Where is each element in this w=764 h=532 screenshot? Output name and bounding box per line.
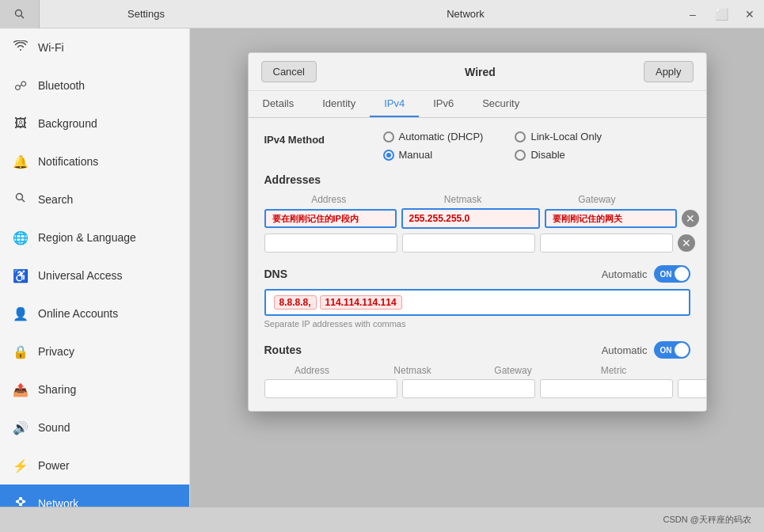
sidebar-item-background[interactable]: 🖼 Background: [0, 104, 189, 142]
dns-toggle[interactable]: ON: [654, 265, 690, 283]
routes-netmask-input[interactable]: [402, 379, 535, 398]
routes-gateway-input[interactable]: [540, 379, 673, 398]
tab-details[interactable]: Details: [249, 91, 309, 117]
address-input-2[interactable]: [264, 234, 397, 253]
sidebar-notifications-label: Notifications: [38, 155, 98, 168]
sidebar-item-sound[interactable]: 🔊 Sound: [0, 408, 189, 446]
col-address-header: Address: [264, 194, 393, 205]
method-manual[interactable]: Manual: [383, 149, 484, 161]
sound-icon: 🔊: [13, 420, 29, 435]
cancel-button[interactable]: Cancel: [261, 61, 317, 82]
dns-tag-1: 8.8.8.8,: [274, 295, 317, 310]
titlebar-network-title: Network: [253, 8, 678, 20]
address-row-2: ✕: [264, 234, 690, 253]
wifi-icon: [13, 40, 29, 55]
col-gateway-header: Gateway: [532, 194, 661, 205]
netmask-input-2[interactable]: [402, 234, 535, 253]
power-icon: ⚡: [13, 458, 29, 473]
method-col-right: Link-Local Only Disable: [515, 131, 602, 161]
privacy-icon: 🔒: [13, 344, 29, 359]
sidebar-item-sharing[interactable]: 📤 Sharing: [0, 370, 189, 408]
link-local-label: Link-Local Only: [530, 131, 602, 142]
method-dhcp[interactable]: Automatic (DHCP): [383, 131, 484, 142]
disable-label: Disable: [530, 149, 564, 161]
method-disable[interactable]: Disable: [515, 149, 602, 161]
gateway-input-1[interactable]: [545, 209, 677, 228]
remove-address-1-button[interactable]: ✕: [682, 210, 699, 227]
titlebar-controls: – ⬜ ✕: [678, 0, 764, 28]
routes-toggle[interactable]: ON: [654, 341, 690, 359]
disable-radio[interactable]: [515, 150, 526, 161]
region-icon: 🌐: [13, 230, 29, 245]
ipv4-method-label: IPv4 Method: [264, 131, 359, 146]
address-row-1: ✕: [264, 208, 690, 229]
titlebar: Settings Network – ⬜ ✕: [0, 0, 764, 28]
svg-line-10: [17, 503, 21, 504]
sidebar-power-label: Power: [38, 459, 70, 472]
titlebar-search-button[interactable]: [0, 0, 40, 28]
bluetooth-icon: ☍: [13, 78, 29, 93]
sidebar-item-privacy[interactable]: 🔒 Privacy: [0, 332, 189, 370]
routes-toggle-label: ON: [660, 346, 672, 355]
routes-metric-input[interactable]: [678, 379, 707, 398]
manual-label: Manual: [399, 149, 433, 161]
remove-address-2-button[interactable]: ✕: [678, 234, 695, 252]
svg-line-8: [17, 500, 21, 500]
svg-rect-5: [16, 500, 19, 503]
dhcp-radio[interactable]: [383, 131, 394, 142]
addresses-header: Address Netmask Gateway: [264, 194, 690, 205]
sidebar-item-universal[interactable]: ♿ Universal Access: [0, 256, 189, 294]
routes-col-netmask: Netmask: [365, 365, 461, 376]
svg-line-3: [22, 200, 25, 203]
svg-point-2: [17, 194, 23, 200]
sidebar-item-network[interactable]: Network: [0, 484, 189, 507]
sidebar-item-bluetooth[interactable]: ☍ Bluetooth: [0, 66, 189, 104]
method-link-local[interactable]: Link-Local Only: [515, 131, 602, 142]
minimize-button[interactable]: –: [678, 0, 707, 28]
sidebar-item-online-accounts[interactable]: 👤 Online Accounts: [0, 294, 189, 332]
apply-button[interactable]: Apply: [644, 61, 694, 82]
sidebar-item-region[interactable]: 🌐 Region & Language: [0, 218, 189, 256]
sidebar-online-accounts-label: Online Accounts: [38, 307, 118, 320]
dialog-tabs: Details Identity IPv4 IPv6 Security: [249, 91, 706, 118]
tab-security[interactable]: Security: [468, 91, 534, 117]
tab-ipv4[interactable]: IPv4: [370, 91, 419, 117]
svg-point-0: [15, 10, 21, 16]
routes-address-input[interactable]: [264, 379, 397, 398]
sidebar-search-label: Search: [38, 193, 73, 206]
routes-col-address: Address: [264, 365, 360, 376]
bottom-bar: CSDN @天秤座的码农: [0, 507, 764, 532]
sidebar-bluetooth-label: Bluetooth: [38, 79, 85, 92]
maximize-button[interactable]: ⬜: [707, 0, 735, 28]
sharing-icon: 📤: [13, 382, 29, 397]
addresses-title: Addresses: [264, 173, 690, 186]
gateway-input-2[interactable]: [540, 234, 673, 253]
close-button[interactable]: ✕: [735, 0, 764, 28]
routes-section: Routes Automatic ON Address N: [264, 341, 690, 398]
dns-input-box[interactable]: 8.8.8.8, 114.114.114.114: [264, 289, 690, 316]
dns-auto-row: Automatic ON: [602, 265, 690, 283]
sidebar-item-search[interactable]: Search: [0, 180, 189, 218]
svg-rect-4: [19, 504, 22, 506]
sidebar-item-power[interactable]: ⚡ Power: [0, 446, 189, 484]
tab-identity[interactable]: Identity: [308, 91, 370, 117]
sidebar-item-notifications[interactable]: 🔔 Notifications: [0, 142, 189, 180]
netmask-input-1[interactable]: [401, 208, 540, 229]
background-icon: 🖼: [13, 116, 29, 131]
routes-col-gateway: Gateway: [466, 365, 561, 376]
modal-backdrop: Cancel Wired Apply Details Identity IPv4…: [190, 28, 764, 507]
notifications-icon: 🔔: [13, 154, 29, 169]
dialog-header: Cancel Wired Apply: [249, 53, 706, 91]
routes-label: Routes: [264, 344, 602, 356]
routes-col-metric: Metric: [566, 365, 662, 376]
address-input-1[interactable]: [264, 209, 397, 228]
sidebar-wifi-label: Wi-Fi: [38, 41, 64, 54]
dns-tag-2: 114.114.114.114: [320, 295, 402, 310]
sidebar-network-label: Network: [38, 497, 78, 507]
col-netmask-header: Netmask: [398, 194, 527, 205]
tab-ipv6[interactable]: IPv6: [419, 91, 468, 117]
manual-radio[interactable]: [383, 150, 394, 161]
link-local-radio[interactable]: [515, 131, 526, 142]
content-area: Cancel Wired Apply Details Identity IPv4…: [190, 28, 764, 507]
sidebar-item-wifi[interactable]: Wi-Fi: [0, 28, 189, 66]
